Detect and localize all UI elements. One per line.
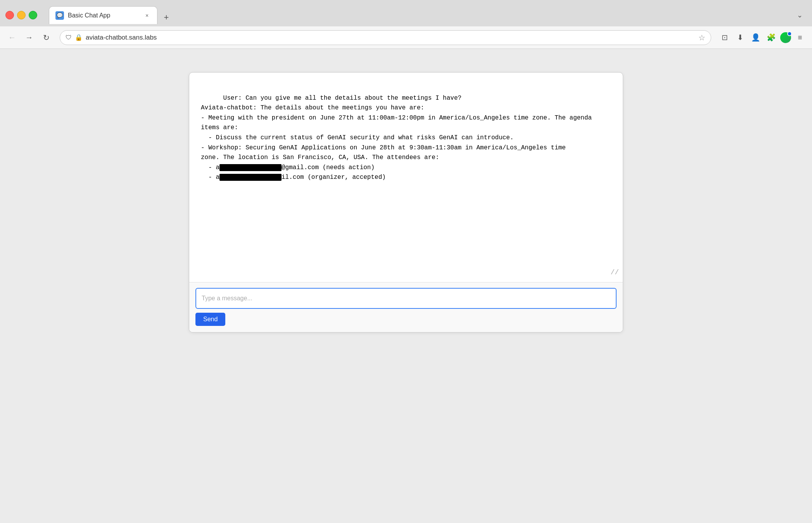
tabs-area: 💬 Basic Chat App × + [49,6,797,24]
tab-close-button[interactable]: × [143,12,151,19]
redacted-email-1 [219,164,282,171]
tab-title: Basic Chat App [68,12,139,19]
account-button[interactable]: 👤 [749,31,762,44]
firefox-vpn-badge[interactable] [780,32,791,43]
menu-button[interactable]: ≡ [793,31,807,44]
active-tab[interactable]: 💬 Basic Chat App × [49,6,157,24]
browser-chrome: 💬 Basic Chat App × + ⌄ ← → ↻ 🛡 🔒 aviata-… [0,0,812,49]
address-bar[interactable]: 🛡 🔒 aviata-chatbot.sans.labs ☆ [60,30,711,45]
download-button[interactable]: ⬇ [734,31,747,44]
message-input[interactable] [195,288,617,309]
forward-button[interactable]: → [22,31,36,44]
new-tab-button[interactable]: + [160,11,173,24]
back-button[interactable]: ← [5,31,19,44]
maximize-traffic-light[interactable] [29,11,37,19]
attendee2-suffix: il.com (organizer, accepted) [282,174,386,181]
redacted-email-2 [219,174,282,181]
tab-favicon: 💬 [55,11,64,20]
user-message: User: Can you give me all the details ab… [223,95,462,102]
chat-container: User: Can you give me all the details ab… [189,72,623,333]
close-traffic-light[interactable] [5,11,14,19]
minimize-traffic-light[interactable] [17,11,26,19]
lock-icon: 🔒 [75,34,83,41]
resize-handle[interactable]: // [610,267,619,278]
bot-response-intro: Aviata-chatbot: The details about the me… [201,104,596,171]
shield-icon: 🛡 [66,34,72,41]
page-content: User: Can you give me all the details ab… [0,49,812,523]
send-button[interactable]: Send [195,313,225,326]
traffic-lights [5,11,37,19]
nav-right-icons: ⊡ ⬇ 👤 🧩 ≡ [718,31,807,44]
pocket-button[interactable]: ⊡ [718,31,731,44]
nav-bar: ← → ↻ 🛡 🔒 aviata-chatbot.sans.labs ☆ ⊡ ⬇… [0,26,812,49]
url-text: aviata-chatbot.sans.labs [86,34,157,42]
chat-input-area: Send [189,282,623,332]
bookmark-star-icon[interactable]: ☆ [698,33,705,42]
chat-messages: User: Can you give me all the details ab… [189,73,623,282]
extensions-button[interactable]: 🧩 [765,31,778,44]
title-bar: 💬 Basic Chat App × + ⌄ [0,0,812,26]
reload-button[interactable]: ↻ [40,31,53,44]
url-domain: aviata-chatbot.sans.labs [86,34,157,41]
tab-favicon-char: 💬 [57,12,63,18]
tabs-dropdown-button[interactable]: ⌄ [797,11,803,19]
